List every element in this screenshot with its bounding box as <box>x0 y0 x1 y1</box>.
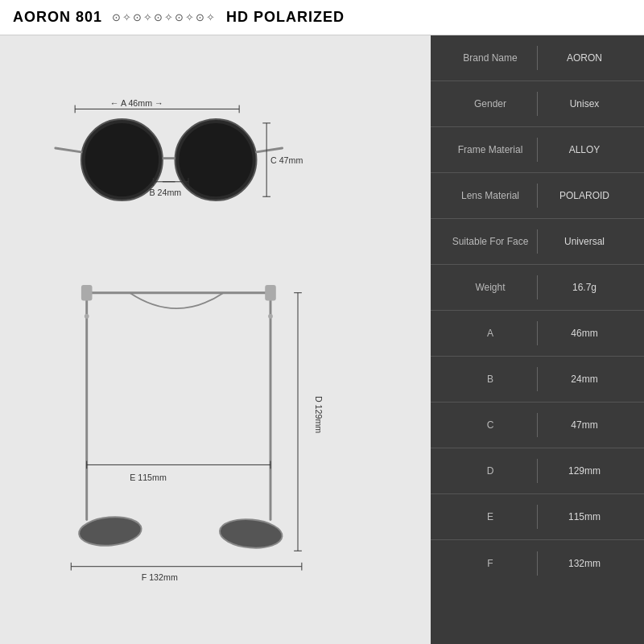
decorative-pattern: ⊙✧⊙✧⊙✧⊙✧⊙✧ <box>112 11 217 23</box>
spec-key: B <box>444 374 537 385</box>
spec-value: 129mm <box>538 465 631 477</box>
spec-value: 132mm <box>538 558 631 569</box>
svg-rect-26 <box>265 285 276 300</box>
spec-key: Brand Name <box>444 52 537 64</box>
svg-text:C 47mm: C 47mm <box>270 155 303 165</box>
glasses-diagram: ← A 46mm → B 24mm <box>47 66 385 613</box>
spec-row: E115mm <box>431 494 644 540</box>
spec-value: Universal <box>538 236 631 247</box>
spec-key: Lens Material <box>444 190 537 201</box>
svg-text:← A 46mm →: ← A 46mm → <box>109 98 163 108</box>
spec-key: C <box>444 419 537 431</box>
svg-text:D 129mm: D 129mm <box>314 396 324 433</box>
diagram-area: ← A 46mm → B 24mm <box>0 35 431 644</box>
spec-row: D129mm <box>431 448 644 494</box>
spec-value: 16.7g <box>538 282 631 293</box>
spec-value: Unisex <box>538 98 631 109</box>
spec-key: E <box>444 511 537 522</box>
spec-row: A46mm <box>431 311 644 357</box>
spec-key: Suitable For Face <box>444 236 537 247</box>
spec-value: POLAROID <box>538 190 631 201</box>
spec-row: Brand NameAORON <box>431 35 644 81</box>
svg-text:B 24mm: B 24mm <box>149 188 181 197</box>
svg-point-7 <box>179 123 252 196</box>
spec-row: Weight16.7g <box>431 265 644 311</box>
spec-row: GenderUnisex <box>431 81 644 127</box>
svg-line-10 <box>256 148 282 152</box>
svg-point-28 <box>268 314 273 319</box>
spec-value: 46mm <box>538 328 631 339</box>
spec-value: 47mm <box>538 419 631 431</box>
svg-line-9 <box>55 148 80 152</box>
product-title: AORON 801 <box>13 9 102 26</box>
diagram-container: ← A 46mm → B 24mm <box>47 66 385 613</box>
spec-value: 115mm <box>538 511 631 522</box>
spec-row: F132mm <box>431 540 644 586</box>
svg-point-24 <box>218 517 283 551</box>
spec-row: Lens MaterialPOLAROID <box>431 173 644 219</box>
header: AORON 801 ⊙✧⊙✧⊙✧⊙✧⊙✧ HD POLARIZED <box>0 0 644 35</box>
spec-row: B24mm <box>431 357 644 402</box>
spec-row: Frame MaterialALLOY <box>431 127 644 173</box>
spec-key: A <box>444 328 537 339</box>
svg-point-27 <box>84 314 89 319</box>
hd-label: HD POLARIZED <box>226 9 345 26</box>
spec-key: F <box>444 558 537 569</box>
svg-text:E 115mm: E 115mm <box>130 473 167 482</box>
svg-point-5 <box>85 123 158 196</box>
spec-key: Frame Material <box>444 144 537 155</box>
specs-table: Brand NameAORONGenderUnisexFrame Materia… <box>431 35 644 644</box>
spec-value: AORON <box>538 52 631 64</box>
spec-value: ALLOY <box>538 144 631 155</box>
spec-row: C47mm <box>431 402 644 448</box>
spec-key: Weight <box>444 282 537 293</box>
svg-text:F 132mm: F 132mm <box>141 572 177 582</box>
spec-value: 24mm <box>538 374 631 385</box>
spec-row: Suitable For FaceUniversal <box>431 219 644 265</box>
spec-key: D <box>444 465 537 477</box>
spec-key: Gender <box>444 98 537 109</box>
svg-rect-25 <box>80 285 92 300</box>
main-content: ← A 46mm → B 24mm <box>0 35 644 644</box>
